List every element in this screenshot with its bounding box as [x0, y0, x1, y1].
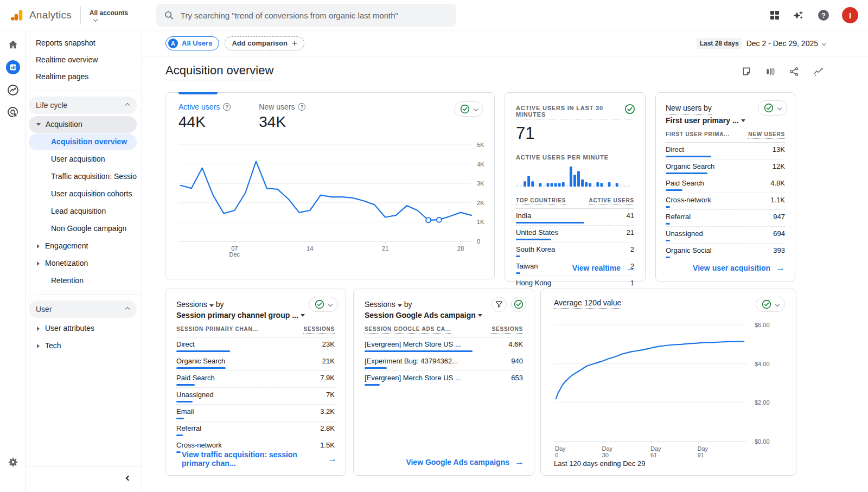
svg-text:61: 61 — [650, 452, 657, 458]
svg-text:28: 28 — [457, 245, 464, 252]
svg-text:Day: Day — [602, 445, 613, 452]
view-realtime-link[interactable]: View realtime→ — [572, 263, 635, 273]
caret-down-icon — [36, 123, 41, 126]
data-quality-dropdown[interactable] — [454, 101, 483, 117]
tab-new-users[interactable]: New users ? 34K — [259, 103, 305, 131]
arrow-right-icon: → — [776, 263, 785, 273]
segment-chip-all-users[interactable]: A All Users — [165, 36, 219, 50]
metric-value: 44K — [178, 113, 231, 131]
caret-right-icon — [37, 261, 40, 266]
view-traffic-acquisition-link[interactable]: View traffic acquisition: session primar… — [182, 450, 337, 468]
card-scroll-indicator — [178, 92, 218, 94]
search-input[interactable] — [181, 11, 449, 20]
sidebar-item-user-acquisition[interactable]: User acquisition — [29, 151, 137, 168]
metric-help-icon[interactable]: ? — [223, 103, 231, 111]
metric-label: Active users — [178, 103, 220, 111]
active-users-line-chart: 5K4K3K2K1K007Dec142128 — [178, 138, 486, 257]
share-icon[interactable] — [789, 66, 800, 77]
row-bar — [516, 222, 584, 223]
sidebar-item-traffic-acquisition[interactable]: Traffic acquisition: Session... — [29, 168, 137, 185]
add-comparison-label: Add comparison — [232, 39, 288, 47]
data-quality-dropdown[interactable] — [758, 100, 787, 116]
check-circle-icon — [764, 103, 774, 113]
metric-help-icon[interactable]: ? — [298, 103, 305, 111]
tab-active-users[interactable]: Active users ? 44K — [178, 103, 231, 131]
help-icon[interactable]: ? — [817, 9, 830, 22]
sidebar-item-reports-snapshot[interactable]: Reports snapshot — [27, 35, 141, 52]
filter-button[interactable] — [492, 297, 507, 312]
sidebar-item-retention[interactable]: Retention — [29, 272, 137, 289]
dimension-selector[interactable]: Session primary channel group ... — [176, 310, 335, 321]
gemini-sparkle-icon[interactable] — [792, 9, 805, 22]
check-circle-icon[interactable] — [624, 104, 635, 117]
svg-text:$0.00: $0.00 — [755, 438, 770, 445]
arrow-right-icon: → — [328, 453, 337, 464]
explore-icon[interactable] — [7, 84, 20, 99]
sidebar-item-acquisition-overview[interactable]: Acquisition overview — [29, 133, 137, 150]
column-header-countries: TOP COUNTRIES — [516, 197, 566, 205]
global-search[interactable] — [156, 4, 456, 27]
sidebar-item-tech[interactable]: Tech — [29, 337, 137, 354]
sidebar-footer — [27, 466, 141, 492]
metric-selector[interactable]: Sessions by — [365, 300, 412, 309]
advertising-icon[interactable] — [7, 106, 20, 121]
collapse-sidebar-icon[interactable] — [126, 476, 131, 481]
section-title: Life cycle — [36, 97, 67, 114]
snapshot-note-icon[interactable] — [741, 66, 752, 77]
chevron-down-icon — [93, 17, 98, 21]
date-range-label: Dec 2 - Dec 29, 2025 — [746, 39, 818, 48]
sidebar-item-monetization[interactable]: Monetization — [29, 255, 137, 272]
insights-icon[interactable] — [813, 66, 825, 77]
avatar[interactable]: I — [842, 7, 858, 23]
arrow-right-icon: → — [515, 457, 524, 468]
column-header-active-users: ACTIVE USERS — [589, 197, 634, 205]
metric-selector[interactable]: Sessions by — [176, 300, 224, 309]
sidebar-item-label: Engagement — [45, 238, 88, 254]
google-ads-campaigns-card: Sessions by Session Google Ads campaign … — [353, 289, 534, 476]
sidebar-section-life-cycle[interactable]: Life cycle — [29, 97, 137, 114]
sidebar-item-non-google-campaign[interactable]: Non Google campaign — [29, 220, 137, 237]
app-header: Analytics All accounts — [0, 0, 868, 30]
svg-text:Day: Day — [650, 445, 661, 452]
comparison-bar: A All Users Add comparison + Last 28 day… — [142, 30, 868, 56]
chart-footnote: Last 120 days ending Dec 29 — [554, 459, 645, 468]
date-preset-badge: Last 28 days — [697, 38, 742, 49]
account-switcher[interactable]: All accounts — [90, 9, 128, 21]
date-range-picker[interactable]: Last 28 days Dec 2 - Dec 29, 2025 — [697, 30, 826, 56]
svg-text:3K: 3K — [477, 180, 484, 187]
metric-label: New users — [259, 103, 295, 111]
add-comparison-button[interactable]: Add comparison + — [225, 36, 304, 50]
data-quality-dropdown[interactable] — [309, 297, 338, 312]
sidebar-section-user[interactable]: User — [29, 301, 137, 318]
svg-text:5K: 5K — [477, 142, 484, 148]
admin-gear-icon[interactable] — [7, 456, 19, 470]
sidebar-item-label: User attributes — [45, 320, 94, 337]
data-quality-dropdown[interactable] — [756, 297, 785, 312]
sidebar-item-user-attributes[interactable]: User attributes — [29, 320, 137, 337]
caret-down-icon — [301, 314, 305, 317]
dimension-selector[interactable]: First user primary ... — [666, 115, 785, 126]
compare-icon[interactable] — [765, 66, 776, 77]
check-circle-icon — [460, 104, 470, 114]
view-google-ads-campaigns-link[interactable]: View Google Ads campaigns→ — [406, 457, 524, 468]
table-row: South Korea2 — [516, 242, 634, 259]
left-rail — [0, 30, 26, 492]
home-icon[interactable] — [7, 39, 19, 53]
check-circle-button[interactable] — [511, 297, 526, 312]
view-user-acquisition-link[interactable]: View user acquisition→ — [693, 263, 785, 273]
sidebar-item-realtime-overview[interactable]: Realtime overview — [27, 52, 141, 68]
sidebar-item-user-acquisition-cohorts[interactable]: User acquisition cohorts — [29, 186, 137, 202]
sidebar-item-lead-acquisition[interactable]: Lead acquisition — [29, 203, 137, 220]
reports-icon[interactable] — [5, 60, 21, 77]
apps-grid-icon[interactable] — [769, 10, 780, 21]
realtime-active-users-value: 71 — [516, 124, 634, 143]
svg-text:91: 91 — [698, 452, 704, 458]
sidebar-item-realtime-pages[interactable]: Realtime pages — [27, 68, 141, 85]
sidebar-divider — [35, 295, 140, 295]
analytics-logo[interactable]: Analytics — [0, 8, 72, 22]
column-header-dimension: SESSION GOOGLE ADS CA... — [365, 326, 451, 334]
sidebar-item-engagement[interactable]: Engagement — [29, 238, 137, 254]
sidebar-item-acquisition[interactable]: Acquisition — [29, 116, 137, 133]
per-minute-bar-chart — [516, 165, 631, 188]
sidebar-item-label: Monetization — [45, 255, 88, 272]
